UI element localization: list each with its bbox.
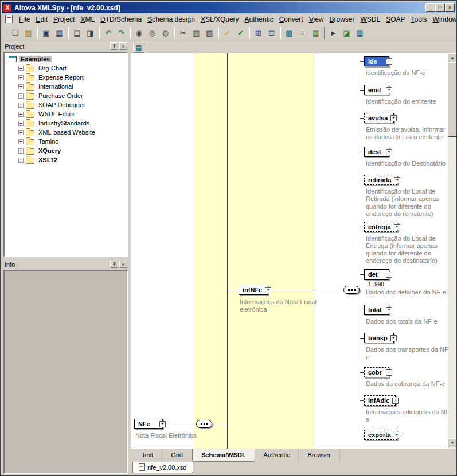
- menu-convert[interactable]: Convert: [276, 14, 306, 25]
- expand-icon[interactable]: +: [159, 421, 166, 427]
- view-tab-schema-wsdl[interactable]: Schema/WSDL: [192, 449, 255, 462]
- print-button[interactable]: ▤: [71, 27, 84, 40]
- expand-icon[interactable]: +: [18, 121, 24, 126]
- schema-display-settings-button[interactable]: ▤: [133, 42, 144, 53]
- expand-icon[interactable]: +: [392, 398, 399, 404]
- find-button[interactable]: ◉: [132, 27, 146, 40]
- insert-element-button[interactable]: ⊞: [252, 27, 265, 40]
- replace-button[interactable]: ◍: [159, 27, 172, 40]
- schema-design-view-button[interactable]: ▩: [283, 27, 296, 40]
- expand-icon[interactable]: +: [18, 66, 24, 71]
- schema-canvas[interactable]: NFe + Nota Fiscal Eletrônica infNFe + In…: [131, 53, 448, 449]
- menu-xml[interactable]: XML: [77, 14, 97, 25]
- close-panel-button[interactable]: ×: [119, 261, 127, 268]
- scroll-down-icon[interactable]: ▼: [448, 438, 457, 447]
- toolbar-grip[interactable]: [5, 27, 6, 39]
- expand-icon[interactable]: +: [386, 369, 392, 376]
- find-next-button[interactable]: ◎: [146, 27, 159, 40]
- validate-button[interactable]: ✔: [234, 27, 247, 40]
- document-icon[interactable]: [5, 15, 13, 23]
- scrollbar-thumb[interactable]: [448, 62, 457, 137]
- project-item-international[interactable]: +International: [5, 82, 127, 91]
- element-infAdic[interactable]: infAdic+: [364, 395, 396, 406]
- project-item-expense-report[interactable]: +Expense Report: [5, 73, 127, 82]
- expand-icon[interactable]: +: [390, 335, 397, 341]
- info-panel-caption[interactable]: Info ×: [2, 259, 130, 269]
- close-button[interactable]: ×: [445, 3, 455, 12]
- expand-icon[interactable]: +: [386, 307, 392, 313]
- menu-window[interactable]: Window: [430, 14, 457, 25]
- save-all-button[interactable]: ▦: [53, 27, 66, 40]
- minimize-button[interactable]: _: [425, 3, 435, 12]
- pin-button[interactable]: [110, 261, 118, 268]
- text-view-button[interactable]: ≡: [296, 27, 309, 40]
- expand-icon[interactable]: +: [18, 103, 24, 108]
- file-tab-nfe-v2-00-xsd[interactable]: nfe_v2.00.xsd: [132, 462, 193, 473]
- view-tab-text[interactable]: Text: [133, 449, 162, 462]
- project-item-soap-debugger[interactable]: +SOAP Debugger: [5, 100, 127, 109]
- close-panel-button[interactable]: ×: [119, 42, 127, 50]
- element-entrega[interactable]: entrega+: [364, 222, 397, 232]
- project-item-wsdl-editor[interactable]: +WSDL Editor: [5, 109, 127, 119]
- table-view-button[interactable]: ▦: [353, 27, 366, 40]
- project-item-org-chart[interactable]: +Org-Chart: [5, 64, 127, 73]
- scroll-up-icon[interactable]: ▲: [448, 53, 457, 62]
- expand-icon[interactable]: +: [18, 130, 24, 135]
- menu-dtd-schema[interactable]: DTD/Schema: [97, 14, 144, 25]
- element-avulsa[interactable]: avulsa+: [364, 113, 394, 123]
- expand-icon[interactable]: +: [386, 272, 392, 278]
- element-retirada[interactable]: retirada+: [364, 175, 397, 185]
- element-dest[interactable]: dest+: [364, 147, 389, 157]
- element-det[interactable]: det+: [364, 269, 389, 280]
- view-tab-grid[interactable]: Grid: [162, 449, 192, 462]
- menu-schema-design[interactable]: Schema design: [144, 14, 198, 25]
- menu-tools[interactable]: Tools: [408, 14, 430, 25]
- menu-browser[interactable]: Browser: [326, 14, 357, 25]
- project-tree[interactable]: Examples+Org-Chart+Expense Report+Intern…: [3, 52, 128, 257]
- menu-soap[interactable]: SOAP: [383, 14, 408, 25]
- database-import-button[interactable]: ◪: [340, 27, 353, 40]
- project-root-examples[interactable]: Examples: [5, 54, 127, 64]
- view-tab-authentic[interactable]: Authentic: [255, 449, 299, 462]
- pin-button[interactable]: [110, 42, 118, 50]
- expand-icon[interactable]: +: [18, 75, 24, 80]
- title-bar[interactable]: X Altova XMLSpy - [nfe_v2.00.xsd] _□×: [2, 2, 456, 13]
- undo-button[interactable]: ↶: [101, 27, 115, 40]
- check-well-formed-button[interactable]: ✓: [221, 27, 234, 40]
- menu-file[interactable]: File: [16, 14, 33, 25]
- sequence-icon[interactable]: [196, 420, 212, 428]
- expand-icon[interactable]: +: [18, 148, 24, 154]
- menu-wsdl[interactable]: WSDL: [358, 14, 384, 25]
- menu-authentic[interactable]: Authentic: [242, 14, 276, 25]
- expand-icon[interactable]: +: [265, 287, 271, 293]
- enhanced-grid-view-button[interactable]: ▦: [309, 27, 322, 40]
- expand-icon[interactable]: +: [18, 158, 24, 163]
- expand-icon[interactable]: +: [394, 432, 400, 438]
- project-item-tamino[interactable]: +Tamino: [5, 137, 127, 146]
- paste-button[interactable]: ▧: [203, 27, 216, 40]
- vertical-scrollbar[interactable]: ▲ ▼: [448, 53, 457, 449]
- view-tab-browser[interactable]: Browser: [299, 449, 339, 462]
- sequence-icon[interactable]: [343, 286, 360, 294]
- print-preview-button[interactable]: ◨: [84, 27, 97, 40]
- expand-icon[interactable]: +: [390, 115, 397, 121]
- xsl-transformation-button[interactable]: ►: [327, 27, 340, 40]
- menu-view[interactable]: View: [306, 14, 327, 25]
- expand-icon[interactable]: +: [386, 58, 392, 65]
- expand-icon[interactable]: +: [18, 84, 24, 89]
- element-emit[interactable]: emit+: [364, 85, 389, 95]
- element-ide[interactable]: ide+: [364, 56, 389, 66]
- expand-icon[interactable]: +: [394, 224, 400, 230]
- save-file-button[interactable]: ▣: [40, 27, 53, 40]
- redo-button[interactable]: ↷: [115, 27, 128, 40]
- expand-icon[interactable]: +: [18, 139, 24, 144]
- menu-project[interactable]: Project: [50, 14, 77, 25]
- project-item-xml-based-website[interactable]: +XML-based Website: [5, 128, 127, 137]
- expand-icon[interactable]: +: [386, 149, 392, 155]
- copy-button[interactable]: ▥: [190, 27, 203, 40]
- open-file-button[interactable]: ▨: [22, 27, 35, 40]
- project-item-xquery[interactable]: +XQuery: [5, 146, 127, 155]
- project-item-industrystandards[interactable]: +IndustryStandards: [5, 119, 127, 128]
- element-transp[interactable]: transp+: [364, 333, 394, 343]
- menu-xsl-xquery[interactable]: XSL/XQuery: [198, 14, 242, 25]
